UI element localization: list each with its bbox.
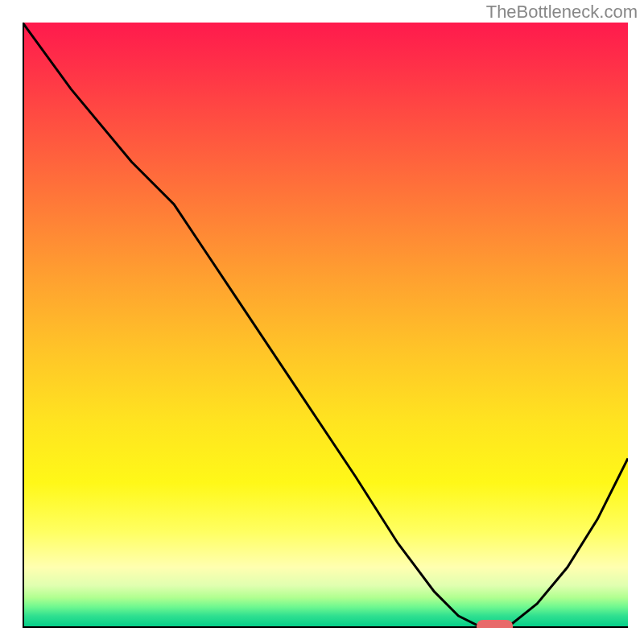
watermark-text: TheBottleneck.com bbox=[486, 2, 638, 23]
chart-container: TheBottleneck.com bbox=[0, 0, 644, 644]
plot-area bbox=[23, 23, 628, 628]
gradient-background bbox=[23, 23, 628, 628]
